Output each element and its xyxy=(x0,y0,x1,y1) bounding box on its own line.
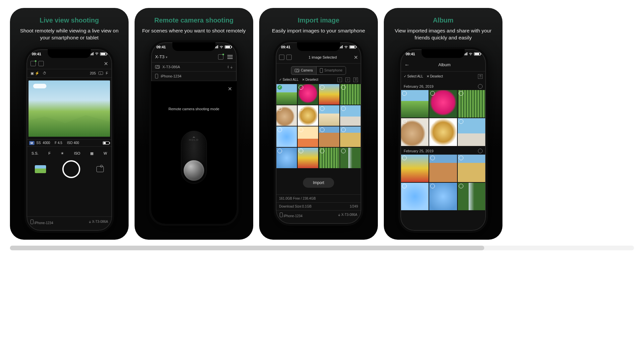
thumb[interactable] xyxy=(298,84,318,105)
select-circle[interactable] xyxy=(430,156,435,160)
video-mode-icon[interactable] xyxy=(96,166,104,172)
select-circle[interactable] xyxy=(402,91,407,96)
thumb[interactable] xyxy=(458,118,485,146)
thumb[interactable] xyxy=(429,155,457,182)
thumb[interactable] xyxy=(340,84,361,105)
select-circle[interactable] xyxy=(430,91,435,96)
select-circle[interactable] xyxy=(459,119,463,124)
ctrl-f[interactable]: F xyxy=(48,151,51,156)
camera-selector[interactable]: X-T3▾ xyxy=(155,54,167,59)
shutter-button[interactable] xyxy=(62,160,80,178)
select-circle[interactable] xyxy=(299,85,303,90)
shutter-button[interactable] xyxy=(184,160,204,181)
tab-camera[interactable]: Camera xyxy=(291,66,316,75)
thumb[interactable] xyxy=(429,90,457,118)
shutter-slider[interactable]: HOLD xyxy=(181,131,207,184)
thumb[interactable] xyxy=(276,126,297,147)
panel-remote-shoot: Remote camera shooting For scenes where … xyxy=(135,8,253,240)
thumb[interactable] xyxy=(401,90,429,118)
thumb[interactable] xyxy=(429,118,457,146)
deselect[interactable]: ✕ Deselect xyxy=(302,78,319,81)
date-select-circle[interactable] xyxy=(478,149,483,153)
thumb[interactable] xyxy=(340,126,361,147)
last-photo-thumb[interactable] xyxy=(35,165,46,173)
thumb[interactable] xyxy=(276,105,297,126)
ctrl-iso[interactable]: ISO xyxy=(74,151,80,156)
thumb[interactable] xyxy=(298,148,318,168)
live-view[interactable] xyxy=(29,80,110,137)
thumb[interactable] xyxy=(276,148,297,168)
gallery-icon[interactable] xyxy=(30,61,36,66)
close-icon[interactable]: ✕ xyxy=(104,61,108,67)
thumb[interactable] xyxy=(458,183,485,210)
close-icon[interactable]: ✕ xyxy=(354,54,358,61)
thumb[interactable] xyxy=(319,105,339,126)
select-circle[interactable] xyxy=(341,149,346,153)
select-circle[interactable] xyxy=(277,149,282,153)
select-circle[interactable] xyxy=(430,119,435,124)
select-circle[interactable] xyxy=(459,91,463,96)
thumb[interactable] xyxy=(401,118,429,146)
select-circle[interactable] xyxy=(277,106,282,111)
view-mode-icon[interactable]: ☰ xyxy=(353,77,358,82)
select-circle[interactable] xyxy=(320,149,324,153)
thumb[interactable] xyxy=(458,155,485,182)
menu-icon[interactable] xyxy=(227,55,233,59)
view-mode-icon[interactable]: ☰ xyxy=(478,74,483,79)
ctrl-ev[interactable]: ☀ xyxy=(61,151,64,156)
horizontal-scrollbar[interactable] xyxy=(10,246,634,250)
thumb[interactable] xyxy=(458,90,485,118)
orientation-icon[interactable] xyxy=(279,55,284,60)
select-circle[interactable] xyxy=(341,127,346,132)
select-circle[interactable] xyxy=(402,184,407,188)
thumb[interactable] xyxy=(319,84,339,105)
import-button[interactable]: Import xyxy=(303,178,334,188)
select-all[interactable]: ✓ Select ALL xyxy=(404,74,423,78)
thumb[interactable] xyxy=(340,148,361,168)
ctrl-filmsim[interactable]: ▦ xyxy=(90,151,93,156)
select-circle[interactable] xyxy=(277,127,282,132)
select-circle[interactable] xyxy=(299,106,303,111)
select-circle[interactable] xyxy=(459,156,463,160)
select-circle[interactable] xyxy=(402,156,407,160)
ss-value: 4000 xyxy=(43,141,50,145)
thumb[interactable] xyxy=(276,84,297,105)
scrollbar-thumb[interactable] xyxy=(10,246,484,250)
select-circle[interactable] xyxy=(277,85,282,90)
thumb[interactable] xyxy=(298,105,318,126)
card-slot-2[interactable]: 2 xyxy=(345,77,350,82)
close-icon[interactable]: ✕ xyxy=(228,86,232,92)
select-circle[interactable] xyxy=(299,149,303,153)
date-select-circle[interactable] xyxy=(478,84,483,89)
thumb[interactable] xyxy=(340,105,361,126)
select-all[interactable]: ✓ Select ALL xyxy=(279,78,299,81)
thumb[interactable] xyxy=(319,126,339,147)
ctrl-ss[interactable]: S.S. xyxy=(31,151,38,156)
back-icon[interactable]: ← xyxy=(404,62,410,68)
orientation-icon[interactable] xyxy=(38,61,44,66)
thumb[interactable] xyxy=(401,183,429,210)
select-circle[interactable] xyxy=(402,119,407,124)
thumb[interactable] xyxy=(319,148,339,168)
select-circle[interactable] xyxy=(299,127,303,132)
thumb[interactable] xyxy=(429,183,457,210)
tab-smartphone[interactable]: Smartphone xyxy=(316,66,346,75)
date-header-1: February 26, 2019 xyxy=(400,81,486,90)
select-circle[interactable] xyxy=(341,85,346,90)
card-slot-1[interactable]: 1 xyxy=(337,77,342,82)
deselect[interactable]: ✕ Deselect xyxy=(427,74,443,78)
select-circle[interactable] xyxy=(459,184,463,188)
select-circle[interactable] xyxy=(341,106,346,111)
select-circle[interactable] xyxy=(320,127,324,132)
phone-notch xyxy=(172,42,215,51)
select-circle[interactable] xyxy=(320,106,324,111)
select-circle[interactable] xyxy=(320,85,324,90)
bluetooth-icon: ᚼ xyxy=(227,65,229,69)
thumb[interactable] xyxy=(401,155,429,182)
ctrl-wb[interactable]: W xyxy=(104,151,107,156)
rotate-icon[interactable] xyxy=(286,55,292,60)
gallery-icon[interactable] xyxy=(218,54,223,60)
album-grid-2 xyxy=(400,155,486,211)
select-circle[interactable] xyxy=(430,184,435,188)
thumb[interactable] xyxy=(298,126,318,147)
